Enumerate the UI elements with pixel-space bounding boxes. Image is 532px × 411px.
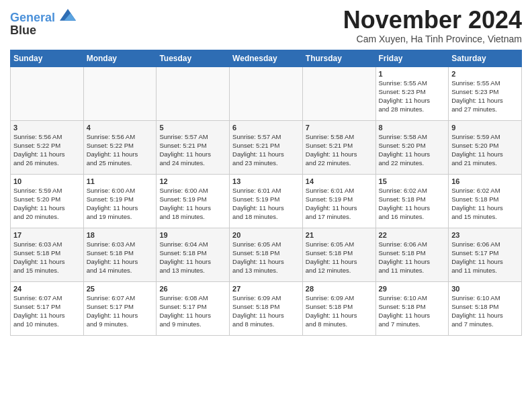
day-info-line: Sunrise: 6:00 AM	[159, 187, 226, 195]
day-number: 11	[87, 177, 154, 187]
day-number: 8	[379, 123, 446, 133]
day-info-line: Sunrise: 5:55 AM	[379, 79, 446, 88]
day-info-line: and 25 minutes.	[87, 159, 154, 168]
day-number: 20	[232, 230, 300, 240]
calendar-cell: 11Sunrise: 6:00 AMSunset: 5:19 PMDayligh…	[83, 174, 157, 228]
day-info-line: Sunset: 5:19 PM	[159, 195, 226, 204]
calendar-cell: 16Sunrise: 6:02 AMSunset: 5:18 PMDayligh…	[449, 174, 522, 228]
calendar-cell: 10Sunrise: 5:59 AMSunset: 5:20 PMDayligh…	[11, 174, 84, 228]
day-info-line: Sunset: 5:20 PM	[451, 142, 519, 150]
day-info-line: Sunset: 5:23 PM	[379, 88, 446, 97]
day-number: 17	[13, 230, 81, 240]
calendar-cell: 17Sunrise: 6:03 AMSunset: 5:18 PMDayligh…	[11, 228, 84, 281]
title-block: November 2024 Cam Xuyen, Ha Tinh Provinc…	[343, 7, 522, 44]
day-number: 12	[159, 177, 226, 187]
day-info-line: Sunset: 5:18 PM	[451, 303, 519, 312]
day-info-line: Sunrise: 6:01 AM	[306, 187, 373, 195]
calendar-cell: 28Sunrise: 6:09 AMSunset: 5:18 PMDayligh…	[302, 281, 375, 335]
logo-blue: Blue	[10, 24, 76, 38]
day-info-line: and 7 minutes.	[451, 320, 519, 329]
day-number: 6	[232, 123, 300, 133]
day-info-line: Sunset: 5:23 PM	[451, 88, 519, 97]
day-number: 2	[451, 69, 519, 79]
day-info-line: and 11 minutes.	[379, 267, 446, 275]
day-info-line: and 15 minutes.	[451, 213, 519, 222]
calendar-week-row: 10Sunrise: 5:59 AMSunset: 5:20 PMDayligh…	[11, 174, 522, 228]
logo-icon	[60, 8, 76, 21]
day-info-line: Daylight: 11 hours	[306, 258, 373, 267]
day-info-line: Daylight: 11 hours	[306, 312, 373, 320]
calendar-cell: 5Sunrise: 5:57 AMSunset: 5:21 PMDaylight…	[157, 120, 230, 174]
day-info-line: Daylight: 11 hours	[159, 150, 226, 159]
day-info-line: and 10 minutes.	[13, 320, 81, 329]
day-info-line: Sunset: 5:18 PM	[379, 195, 446, 204]
day-number: 3	[13, 123, 81, 133]
weekday-header-wednesday: Wednesday	[230, 50, 303, 66]
calendar-cell: 1Sunrise: 5:55 AMSunset: 5:23 PMDaylight…	[375, 66, 449, 120]
day-info-line: Sunrise: 5:57 AM	[159, 133, 226, 142]
calendar-cell: 12Sunrise: 6:00 AMSunset: 5:19 PMDayligh…	[157, 174, 230, 228]
calendar-body: 1Sunrise: 5:55 AMSunset: 5:23 PMDaylight…	[11, 66, 522, 335]
day-info-line: Daylight: 11 hours	[13, 258, 81, 267]
calendar-cell	[11, 66, 84, 120]
day-info-line: Sunrise: 6:06 AM	[379, 240, 446, 249]
calendar-cell: 19Sunrise: 6:04 AMSunset: 5:18 PMDayligh…	[157, 228, 230, 281]
day-info-line: Daylight: 11 hours	[159, 204, 226, 213]
day-info-line: Sunrise: 6:03 AM	[87, 240, 154, 249]
day-info-line: Sunset: 5:21 PM	[159, 142, 226, 150]
day-info-line: and 9 minutes.	[159, 320, 226, 329]
weekday-header-row: SundayMondayTuesdayWednesdayThursdayFrid…	[11, 50, 522, 66]
calendar-cell: 13Sunrise: 6:01 AMSunset: 5:19 PMDayligh…	[230, 174, 303, 228]
day-info-line: Sunrise: 6:06 AM	[451, 240, 519, 249]
weekday-header-monday: Monday	[83, 50, 157, 66]
calendar-week-row: 17Sunrise: 6:03 AMSunset: 5:18 PMDayligh…	[11, 228, 522, 281]
day-number: 1	[379, 69, 446, 79]
day-number: 26	[159, 284, 226, 294]
calendar-cell: 20Sunrise: 6:05 AMSunset: 5:18 PMDayligh…	[230, 228, 303, 281]
day-info-line: and 22 minutes.	[306, 159, 373, 168]
day-number: 4	[87, 123, 154, 133]
header: General Blue November 2024 Cam Xuyen, Ha…	[10, 7, 522, 44]
day-info-line: Sunset: 5:18 PM	[379, 249, 446, 258]
month-title: November 2024	[343, 7, 522, 34]
day-info-line: Daylight: 11 hours	[451, 150, 519, 159]
calendar-week-row: 1Sunrise: 5:55 AMSunset: 5:23 PMDaylight…	[11, 66, 522, 120]
day-info-line: and 20 minutes.	[13, 213, 81, 222]
day-info-line: Daylight: 11 hours	[306, 150, 373, 159]
day-info-line: and 26 minutes.	[13, 159, 81, 168]
day-info-line: Sunset: 5:17 PM	[451, 249, 519, 258]
day-info-line: Daylight: 11 hours	[379, 312, 446, 320]
calendar-header: SundayMondayTuesdayWednesdayThursdayFrid…	[11, 50, 522, 66]
day-info-line: and 18 minutes.	[159, 213, 226, 222]
day-info-line: Daylight: 11 hours	[379, 97, 446, 105]
day-info-line: Sunrise: 6:01 AM	[232, 187, 300, 195]
day-number: 27	[232, 284, 300, 294]
calendar-week-row: 3Sunrise: 5:56 AMSunset: 5:22 PMDaylight…	[11, 120, 522, 174]
day-info-line: Sunrise: 6:03 AM	[13, 240, 81, 249]
day-info-line: Daylight: 11 hours	[87, 204, 154, 213]
day-info-line: Sunset: 5:21 PM	[232, 142, 300, 150]
day-info-line: and 15 minutes.	[13, 267, 81, 275]
day-number: 5	[159, 123, 226, 133]
calendar-cell: 30Sunrise: 6:10 AMSunset: 5:18 PMDayligh…	[449, 281, 522, 335]
day-info-line: Sunrise: 6:04 AM	[159, 240, 226, 249]
day-info-line: and 13 minutes.	[159, 267, 226, 275]
day-info-line: Sunset: 5:17 PM	[13, 303, 81, 312]
weekday-header-sunday: Sunday	[11, 50, 84, 66]
day-info-line: Daylight: 11 hours	[451, 204, 519, 213]
day-info-line: Sunset: 5:19 PM	[232, 195, 300, 204]
day-info-line: and 7 minutes.	[379, 320, 446, 329]
day-number: 18	[87, 230, 154, 240]
day-info-line: and 17 minutes.	[306, 213, 373, 222]
day-info-line: Sunrise: 6:07 AM	[13, 294, 81, 303]
day-info-line: and 13 minutes.	[232, 267, 300, 275]
day-info-line: Sunset: 5:22 PM	[13, 142, 81, 150]
calendar-cell: 7Sunrise: 5:58 AMSunset: 5:21 PMDaylight…	[302, 120, 375, 174]
day-info-line: Sunrise: 5:58 AM	[306, 133, 373, 142]
day-info-line: and 23 minutes.	[232, 159, 300, 168]
calendar-cell: 27Sunrise: 6:09 AMSunset: 5:18 PMDayligh…	[230, 281, 303, 335]
calendar-cell: 22Sunrise: 6:06 AMSunset: 5:18 PMDayligh…	[375, 228, 449, 281]
calendar-cell: 8Sunrise: 5:58 AMSunset: 5:20 PMDaylight…	[375, 120, 449, 174]
day-info-line: Daylight: 11 hours	[87, 150, 154, 159]
day-info-line: Sunrise: 6:05 AM	[232, 240, 300, 249]
